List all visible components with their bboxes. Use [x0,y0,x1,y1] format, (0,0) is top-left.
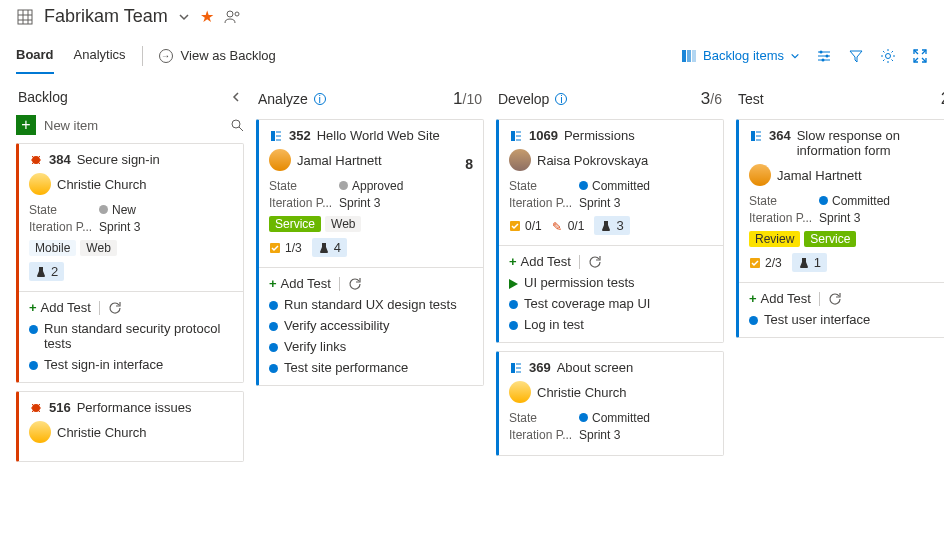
info-icon[interactable]: i [314,93,326,105]
test-item[interactable]: Run standard security protocol tests [29,321,233,351]
gear-icon[interactable] [880,48,896,64]
work-item-title: Hello World Web Site [317,128,473,143]
work-item-title: Performance issues [77,400,233,415]
svg-line-30 [38,404,40,406]
team-members-icon[interactable] [224,9,242,25]
tag[interactable]: Service [269,216,321,232]
counters: 0/1✎0/13 [509,216,713,235]
team-icon [16,8,34,26]
work-item-card[interactable]: 1069 PermissionsRaisa PokrovskayaStateCo… [496,119,724,343]
refresh-icon[interactable] [108,301,122,315]
assignee[interactable]: Christie Church [29,173,233,195]
edit-counter[interactable]: ✎0/1 [552,219,585,233]
add-test-button[interactable]: + Add Test [749,291,811,306]
fullscreen-icon[interactable] [912,48,928,64]
filter-icon[interactable] [848,48,864,64]
chevron-down-icon[interactable] [178,11,190,23]
pbi-icon [269,129,283,143]
test-counter[interactable]: 3 [594,216,629,235]
task-counter[interactable]: 0/1 [509,219,542,233]
assignee[interactable]: Jamal Hartnett [749,164,944,186]
team-title[interactable]: Fabrikam Team [44,6,168,27]
column-backlog: Backlog+New item384 Secure sign-inChrist… [16,89,244,470]
work-item-card[interactable]: 369 About screenChristie ChurchStateComm… [496,351,724,456]
column-header: Backlog [16,89,244,105]
svg-rect-50 [756,139,761,141]
test-counter[interactable]: 4 [312,238,347,257]
add-test-button[interactable]: + Add Test [509,254,571,269]
avatar [509,149,531,171]
work-item-card[interactable]: 352 Hello World Web Site8Jamal HartnettS… [256,119,484,386]
test-title: Verify links [284,339,346,354]
test-item[interactable]: Test sign-in interface [29,357,233,372]
work-item-card[interactable]: 384 Secure sign-inChristie ChurchStateNe… [16,143,244,383]
counters: 2/31 [749,253,944,272]
assignee[interactable]: Raisa Pokrovskaya [509,149,713,171]
board-tabs: Board Analytics [16,37,126,74]
backlog-level-selector[interactable]: Backlog items [681,48,800,64]
task-counter[interactable]: 1/3 [269,241,302,255]
refresh-icon[interactable] [828,292,842,306]
tags: ReviewService [749,231,944,247]
new-item-label[interactable]: New item [44,118,222,133]
favorite-star-icon[interactable]: ★ [200,7,214,26]
column-title: Backlog [18,89,68,105]
svg-rect-8 [687,50,691,62]
avatar [749,164,771,186]
test-counter[interactable]: 1 [792,253,827,272]
test-item[interactable]: Verify links [269,339,473,354]
svg-line-31 [32,410,34,412]
collapse-chevron-icon[interactable] [230,91,242,103]
svg-rect-39 [516,131,521,133]
test-title: Log in test [524,317,584,332]
new-item-button[interactable]: + [16,115,36,135]
task-counter[interactable]: 2/3 [749,256,782,270]
tab-board[interactable]: Board [16,37,54,74]
column-title: Test [738,91,764,107]
divider [99,301,100,315]
work-item-id: 364 [769,128,791,143]
test-item[interactable]: Run standard UX design tests [269,297,473,312]
assignee[interactable]: Christie Church [29,421,233,443]
test-item[interactable]: UI permission tests [509,275,713,290]
test-counter[interactable]: 2 [29,262,64,281]
test-item[interactable]: Log in test [509,317,713,332]
tab-analytics[interactable]: Analytics [74,37,126,74]
tag[interactable]: Web [80,240,116,256]
test-title: Test user interface [764,312,870,327]
counters: 2 [29,262,233,281]
column-header: Analyzei1/10 [256,89,484,109]
work-item-card[interactable]: 364 Slow response on information form8Ja… [736,119,944,338]
tag[interactable]: Service [804,231,856,247]
field-label: Iteration P... [269,196,333,210]
add-test-row: + Add Test [509,254,713,269]
svg-rect-41 [516,139,521,141]
divider [19,291,243,292]
work-item-id: 516 [49,400,71,415]
assignee[interactable]: Jamal Hartnett [269,149,473,171]
test-item[interactable]: Test user interface [749,312,944,327]
settings-sliders-icon[interactable] [816,48,832,64]
status-dot-icon [29,361,38,370]
add-test-button[interactable]: + Add Test [29,300,91,315]
column-header: Developi3/6 [496,89,724,109]
tag[interactable]: Review [749,231,800,247]
info-icon[interactable]: i [555,93,567,105]
field-label: State [749,194,813,208]
assignee[interactable]: Christie Church [509,381,713,403]
work-item-id: 369 [529,360,551,375]
refresh-icon[interactable] [348,277,362,291]
search-icon[interactable] [230,118,244,132]
swap-icon: → [159,49,173,63]
tag[interactable]: Web [325,216,361,232]
test-item[interactable]: Test site performance [269,360,473,375]
add-test-button[interactable]: + Add Test [269,276,331,291]
tag[interactable]: Mobile [29,240,76,256]
refresh-icon[interactable] [588,255,602,269]
test-item[interactable]: Test coverage map UI [509,296,713,311]
svg-rect-36 [276,139,281,141]
view-as-backlog-button[interactable]: → View as Backlog [159,48,276,63]
work-item-card[interactable]: 516 Performance issuesChristie Church [16,391,244,462]
test-item[interactable]: Verify accessibility [269,318,473,333]
backlog-level-label: Backlog items [703,48,784,63]
